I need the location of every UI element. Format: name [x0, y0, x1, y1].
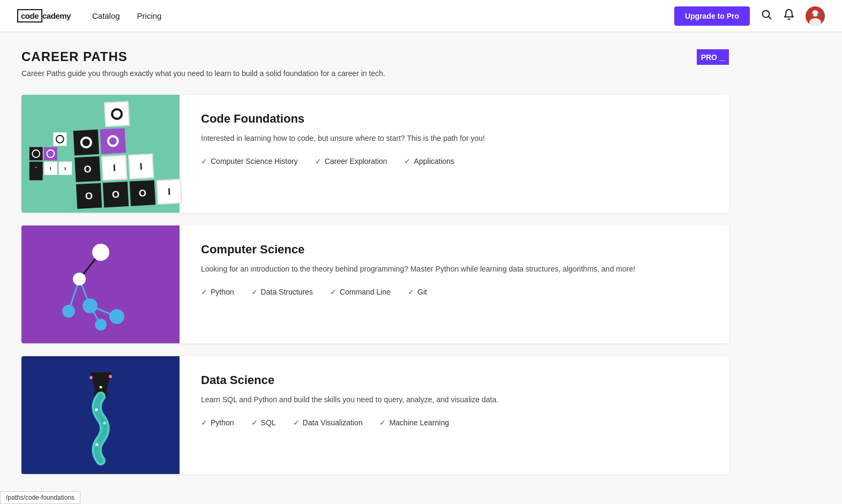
card-desc-data-science: Learn SQL and Python and build the skill… — [201, 394, 707, 405]
card-body-data-science: Data Science Learn SQL and Python and bu… — [180, 356, 729, 474]
cs-illustration — [47, 231, 154, 338]
logo[interactable]: codecademy — [17, 9, 71, 22]
pro-underscore: _ — [719, 51, 725, 63]
tag-label: Python — [211, 418, 234, 427]
tag-python: ✓ Python — [201, 288, 234, 296]
card-image-data-science — [21, 356, 180, 474]
svg-point-37 — [103, 422, 106, 425]
nav-links: Catalog Pricing — [92, 11, 162, 20]
svg-line-1 — [769, 17, 771, 19]
catalog-nav-link[interactable]: Catalog — [92, 11, 120, 20]
tag-label: Computer Science History — [211, 157, 298, 166]
svg-point-34 — [109, 375, 112, 378]
card-computer-science[interactable]: Computer Science Looking for an introduc… — [21, 225, 729, 343]
tag-label: Machine Learning — [389, 418, 449, 427]
tag-data-viz: ✓ Data Visualization — [293, 418, 363, 427]
card-image-code-foundations: O I I — [21, 95, 180, 213]
nav-right: Upgrade to Pro — [674, 6, 825, 26]
tag-label: Python — [211, 288, 234, 296]
tag-label: Career Exploration — [325, 157, 388, 166]
logo-code: code — [17, 9, 42, 22]
check-icon: ✓ — [408, 288, 414, 296]
check-icon: ✓ — [315, 157, 322, 166]
svg-point-27 — [83, 298, 98, 313]
check-icon: ✓ — [201, 288, 207, 296]
check-icon: ✓ — [251, 418, 258, 427]
tag-data-structures: ✓ Data Structures — [251, 288, 313, 296]
card-tags-computer-science: ✓ Python ✓ Data Structures ✓ Command Lin… — [201, 288, 707, 296]
tag-git: ✓ Git — [408, 288, 427, 296]
card-code-foundations[interactable]: O I I — [21, 95, 729, 213]
logo-cademy: cademy — [42, 11, 71, 20]
card-body-code-foundations: Code Foundations Interested in learning … — [180, 95, 729, 213]
svg-point-33 — [90, 376, 93, 379]
search-icon[interactable] — [761, 9, 772, 23]
tag-label: Data Visualization — [303, 418, 363, 427]
card-title-code-foundations: Code Foundations — [201, 112, 707, 126]
svg-point-30 — [95, 319, 107, 330]
check-icon: ✓ — [330, 288, 337, 296]
card-desc-code-foundations: Interested in learning how to code, but … — [201, 132, 707, 144]
tag-label: Command Line — [340, 288, 391, 296]
tag-label: Git — [418, 288, 427, 296]
tag-python-ds: ✓ Python — [201, 418, 234, 427]
svg-point-38 — [95, 443, 99, 446]
tag-sql: ✓ SQL — [251, 418, 276, 427]
statusbar: /paths/code-foundations — [0, 491, 80, 504]
avatar[interactable] — [806, 6, 825, 26]
check-icon: ✓ — [201, 157, 207, 166]
upgrade-to-pro-button[interactable]: Upgrade to Pro — [674, 6, 750, 26]
svg-point-28 — [109, 309, 124, 324]
main-content: CAREER PATHS PRO_ Career Paths guide you… — [0, 32, 750, 504]
pro-label: PRO — [701, 53, 717, 62]
svg-text:I: I — [50, 166, 51, 171]
code-foundations-illustration: O I I — [21, 100, 74, 207]
svg-point-26 — [73, 273, 86, 285]
page-header: CAREER PATHS PRO_ — [21, 49, 729, 65]
svg-rect-7 — [53, 132, 66, 146]
card-data-science[interactable]: Data Science Learn SQL and Python and bu… — [21, 356, 729, 474]
svg-rect-9 — [29, 147, 43, 161]
tag-ml: ✓ Machine Learning — [379, 418, 449, 427]
tag-label: SQL — [261, 418, 276, 427]
card-tags-code-foundations: ✓ Computer Science History ✓ Career Expl… — [201, 157, 707, 166]
tag-cs-history: ✓ Computer Science History — [201, 157, 298, 166]
svg-text:I: I — [64, 166, 66, 171]
svg-point-3 — [812, 10, 818, 17]
svg-point-36 — [95, 408, 98, 411]
check-icon: ✓ — [293, 418, 300, 427]
svg-point-29 — [62, 305, 75, 318]
statusbar-url: /paths/code-foundations — [6, 494, 74, 501]
tag-label: Data Structures — [261, 288, 313, 296]
svg-point-35 — [99, 386, 102, 389]
card-title-computer-science: Computer Science — [201, 243, 707, 257]
check-icon: ✓ — [251, 288, 258, 296]
card-image-computer-science — [21, 225, 180, 343]
pricing-nav-link[interactable]: Pricing — [137, 11, 162, 20]
card-desc-computer-science: Looking for an introduction to the theor… — [201, 263, 707, 275]
tag-career-exploration: ✓ Career Exploration — [315, 157, 388, 166]
page-title: CAREER PATHS — [21, 49, 128, 64]
svg-point-5 — [811, 13, 814, 16]
check-icon: ✓ — [379, 418, 386, 427]
card-title-data-science: Data Science — [201, 373, 707, 387]
bell-icon[interactable] — [783, 9, 795, 23]
svg-point-25 — [92, 244, 109, 261]
tag-label: Applications — [414, 157, 454, 166]
page-subtitle: Career Paths guide you through exactly w… — [21, 69, 729, 78]
navbar: codecademy Catalog Pricing Upgrade to Pr… — [0, 0, 842, 32]
ds-illustration — [47, 362, 154, 469]
check-icon: ✓ — [404, 157, 411, 166]
tag-applications: ✓ Applications — [404, 157, 454, 166]
card-body-computer-science: Computer Science Looking for an introduc… — [180, 225, 729, 343]
svg-point-6 — [817, 13, 819, 16]
svg-rect-11 — [44, 147, 57, 161]
pro-badge: PRO_ — [697, 49, 729, 65]
card-tags-data-science: ✓ Python ✓ SQL ✓ Data Visualization ✓ Ma… — [201, 418, 707, 427]
tag-command-line: ✓ Command Line — [330, 288, 391, 296]
svg-rect-19 — [29, 168, 43, 180]
check-icon: ✓ — [201, 418, 207, 427]
